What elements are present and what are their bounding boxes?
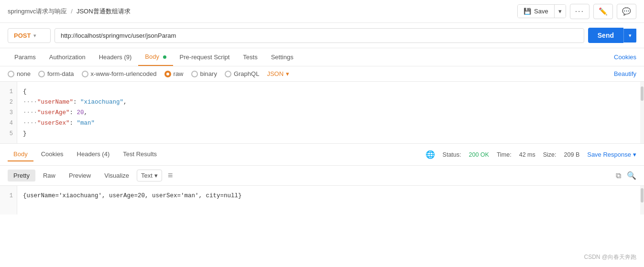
cookies-link[interactable]: Cookies: [614, 49, 636, 65]
format-graphql[interactable]: GraphQL: [225, 70, 259, 77]
tab-headers[interactable]: Headers (9): [92, 49, 139, 65]
size-value: 209 B: [564, 151, 580, 158]
body-format-options: none form-data x-www-form-urlencoded raw…: [0, 66, 644, 82]
resp-tab-cookies[interactable]: Cookies: [35, 148, 69, 161]
send-dropdown-button[interactable]: ▾: [623, 29, 636, 43]
breadcrumb: springmvc请求与响应 / JSON普通数组请求: [8, 7, 131, 16]
time-label: Time:: [497, 151, 512, 158]
search-icon[interactable]: 🔍: [627, 171, 636, 180]
tab-params[interactable]: Params: [8, 49, 43, 65]
copy-icon[interactable]: ⧉: [616, 171, 621, 180]
json-type-dropdown[interactable]: JSON ▾: [267, 70, 289, 77]
request-tabs: Params Authorization Headers (9) Body Pr…: [0, 48, 644, 66]
resp-format-preview[interactable]: Preview: [63, 170, 97, 182]
time-value: 42 ms: [519, 151, 535, 158]
resp-type-chevron-icon: ▾: [154, 172, 158, 179]
format-form-data[interactable]: form-data: [38, 70, 74, 77]
json-chevron-icon: ▾: [286, 70, 289, 77]
save-response-button[interactable]: Save Response ▾: [587, 151, 636, 158]
breadcrumb-separator: /: [71, 8, 73, 15]
header-actions: 💾 Save ▾ ··· ✏️ 💬: [517, 4, 636, 19]
status-label: Status:: [443, 151, 461, 158]
scrollbar-thumb: [641, 86, 644, 101]
size-label: Size:: [543, 151, 557, 158]
resp-format-visualize[interactable]: Visualize: [98, 170, 135, 182]
comment-icon-button[interactable]: 💬: [617, 4, 636, 19]
tab-tests[interactable]: Tests: [236, 49, 264, 65]
save-label: Save: [534, 8, 548, 15]
body-dot-indicator: [163, 55, 166, 59]
radio-none-icon: [8, 71, 14, 77]
format-none[interactable]: none: [8, 70, 31, 77]
breadcrumb-part2: JSON普通数组请求: [76, 7, 131, 16]
globe-icon: 🌐: [426, 150, 435, 159]
response-body-options: Pretty Raw Preview Visualize Text ▾ ≡ ⧉ …: [0, 166, 644, 186]
resp-tab-test-results[interactable]: Test Results: [117, 148, 163, 161]
url-bar: POST ▾ Send ▾: [0, 23, 644, 48]
method-label: POST: [14, 32, 31, 39]
save-response-chevron-icon: ▾: [633, 151, 636, 158]
resp-line-numbers: 1: [0, 186, 17, 214]
header: springmvc请求与响应 / JSON普通数组请求 💾 Save ▾ ···…: [0, 0, 644, 23]
save-main-button[interactable]: 💾 Save: [518, 5, 555, 18]
send-main-button[interactable]: Send: [588, 28, 623, 43]
send-button-group[interactable]: Send ▾: [588, 28, 636, 43]
radio-urlencoded-icon: [82, 71, 88, 77]
tab-body[interactable]: Body: [138, 48, 173, 66]
tab-pre-request[interactable]: Pre-request Script: [173, 49, 237, 65]
resp-filter-icon[interactable]: ≡: [168, 171, 173, 181]
method-chevron-icon: ▾: [33, 33, 36, 38]
response-output-area: 1 {userName='xiaochuang', userAge=20, us…: [0, 186, 644, 214]
response-content: {userName='xiaochuang', userAge=20, user…: [17, 186, 644, 214]
tabs-list: Params Authorization Headers (9) Body Pr…: [8, 48, 300, 66]
resp-tab-headers[interactable]: Headers (4): [71, 148, 116, 161]
format-binary[interactable]: binary: [191, 70, 217, 77]
resp-format-raw[interactable]: Raw: [37, 170, 61, 182]
status-value: 200 OK: [469, 151, 489, 158]
radio-raw-icon: [164, 71, 171, 77]
save-icon: 💾: [524, 8, 531, 15]
edit-icon-button[interactable]: ✏️: [593, 4, 613, 19]
radio-form-data-icon: [38, 71, 45, 77]
response-status: 🌐 Status: 200 OK Time: 42 ms Size: 209 B…: [426, 150, 636, 159]
url-input[interactable]: [55, 28, 584, 43]
more-options-button[interactable]: ···: [570, 4, 589, 19]
format-raw[interactable]: raw: [164, 70, 184, 77]
resp-format-pretty[interactable]: Pretty: [8, 170, 35, 182]
breadcrumb-part1: springmvc请求与响应: [8, 7, 67, 16]
body-format-list: none form-data x-www-form-urlencoded raw…: [8, 70, 289, 77]
method-select[interactable]: POST ▾: [8, 28, 51, 43]
radio-binary-icon: [191, 71, 198, 77]
response-header: Body Cookies Headers (4) Test Results 🌐 …: [0, 144, 644, 166]
format-urlencoded[interactable]: x-www-form-urlencoded: [82, 70, 157, 77]
response-action-icons: ⧉ 🔍: [616, 171, 636, 180]
resp-scrollbar-thumb: [641, 188, 644, 203]
save-dropdown-button[interactable]: ▾: [555, 5, 566, 18]
resp-tab-body[interactable]: Body: [8, 148, 33, 161]
radio-graphql-icon: [225, 71, 231, 77]
line-numbers: 1 2 3 4 5: [0, 82, 17, 143]
resp-type-dropdown[interactable]: Text ▾: [137, 170, 162, 182]
tab-authorization[interactable]: Authorization: [43, 49, 92, 65]
code-editor[interactable]: 1 2 3 4 5 { ····"userName": "xiaochuang"…: [0, 82, 644, 144]
tab-settings[interactable]: Settings: [264, 49, 300, 65]
watermark: CSDN @向春天奔跑: [584, 253, 636, 261]
save-button-group[interactable]: 💾 Save ▾: [517, 4, 566, 18]
response-tabs: Body Cookies Headers (4) Test Results: [8, 148, 163, 161]
editor-scrollbar[interactable]: [640, 82, 644, 143]
beautify-button[interactable]: Beautify: [614, 70, 636, 77]
response-scrollbar[interactable]: [640, 186, 644, 214]
code-body[interactable]: { ····"userName": "xiaochuang", ····"use…: [17, 82, 640, 143]
response-format-list: Pretty Raw Preview Visualize Text ▾ ≡: [8, 170, 173, 182]
